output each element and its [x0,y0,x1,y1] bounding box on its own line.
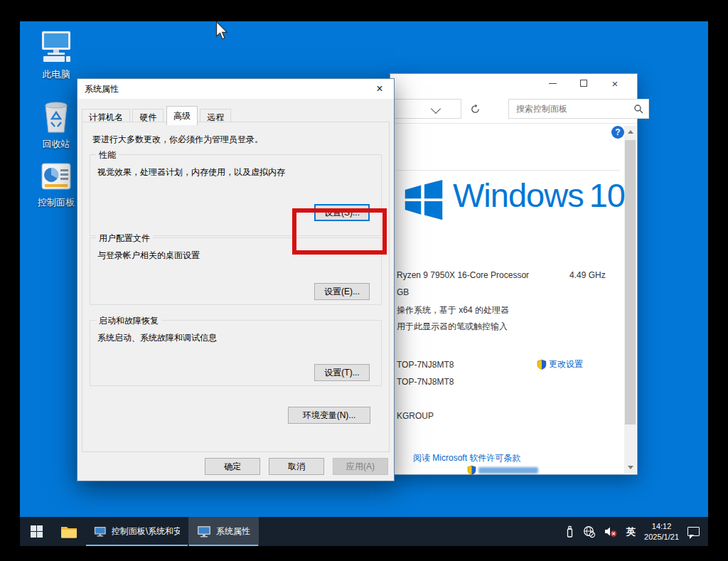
ram-info-text: GB [397,287,409,297]
close-button[interactable]: × [603,74,627,92]
windows10-wordmark: Windows10 [453,176,625,215]
dialog-close-button[interactable]: × [365,79,394,98]
user-profiles-settings-button[interactable]: 设置(E)... [314,283,370,300]
license-link-row[interactable]: 阅读 Microsoft 软件许可条款 [413,452,520,464]
close-icon: × [612,78,619,89]
clipped-link-text [478,467,538,474]
help-button[interactable]: ? [611,126,624,139]
taskbar-item-label: 系统属性 [216,525,250,538]
tab-strip: 计算机名 硬件 高级 远程 [82,106,390,122]
license-link[interactable]: 阅读 Microsoft 软件许可条款 [413,452,520,464]
desktop-icon-this-pc[interactable]: 此电脑 [26,30,87,81]
change-settings-link[interactable]: 更改设置 [537,358,583,370]
windows-flag-logo [402,178,446,224]
windows-start-icon [31,525,43,538]
file-explorer-icon [60,525,77,539]
taskbar-item-system-properties[interactable]: 系统属性 [188,517,259,546]
cpu-speed-value: 4.49 GHz [569,270,606,280]
pen-touch-text: 用于此显示器的笔或触控输入 [397,321,508,333]
advanced-tab-page: 要进行大多数更改，你必须作为管理员登录。 性能 视觉效果，处理器计划，内存使用，… [82,122,390,452]
computer-fullname-text: TOP-7NJ8MT8 [397,377,454,387]
workgroup-text: KGROUP [397,411,434,421]
network-globe-icon[interactable] [583,525,596,538]
system-properties-dialog: 系统属性 × 计算机名 硬件 高级 远程 要进行大多数更改，你必须作为管理员登录… [77,78,395,481]
search-input[interactable] [516,100,630,118]
refresh-icon [470,104,481,114]
search-box[interactable] [508,99,649,119]
arrow-down-icon [628,466,633,469]
help-icon: ? [615,127,620,137]
vertical-scrollbar[interactable] [624,126,636,474]
scroll-down-arrow[interactable] [624,461,636,474]
minimize-button[interactable] [540,74,564,92]
minimize-icon [549,83,557,84]
window-monitor-icon [197,525,211,538]
tray-date: 2025/1/21 [644,532,679,543]
ok-button[interactable]: 确定 [205,458,260,475]
cancel-button[interactable]: 取消 [269,458,324,475]
partially-visible-activation-link[interactable] [467,465,538,475]
clock[interactable]: 14:12 2025/1/21 [644,521,679,543]
maximize-icon [580,80,587,87]
startup-recovery-group-title: 启动和故障恢复 [96,315,161,327]
screen: 此电脑 回收站 [0,0,728,561]
dialog-titlebar[interactable]: 系统属性 × [77,79,394,99]
chevron-down-icon[interactable] [431,104,441,114]
volume-muted-icon[interactable] [604,525,618,538]
desktop: 此电脑 回收站 [20,21,708,546]
change-settings-label[interactable]: 更改设置 [549,358,583,370]
apply-button[interactable]: 应用(A) [333,458,388,475]
refresh-button[interactable] [464,99,486,119]
user-profiles-group-title: 用户配置文件 [96,233,153,245]
start-button[interactable] [20,517,53,546]
taskbar-item-underline [189,545,258,546]
user-profiles-desc: 与登录帐户相关的桌面设置 [97,250,200,262]
environment-variables-button[interactable]: 环境变量(N)... [288,407,370,424]
maximize-button[interactable] [572,74,596,92]
startup-recovery-settings-button[interactable]: 设置(T)... [314,364,370,381]
startup-recovery-desc: 系统启动、系统故障和调试信息 [97,332,217,344]
taskbar-item-label: 控制面板\系统和安... [112,525,180,538]
startup-recovery-group: 启动和故障恢复 系统启动、系统故障和调试信息 设置(T)... [90,320,382,386]
cpu-info-text: Ryzen 9 7950X 16-Core Processor [397,270,529,280]
tab-advanced[interactable]: 高级 [166,106,198,125]
address-bar[interactable] [390,99,461,119]
red-highlight-box [292,208,387,255]
os-type-text: 操作系统，基于 x64 的处理器 [397,304,509,316]
dialog-title: 系统属性 [85,83,119,95]
control-panel-window: × [390,73,638,475]
performance-desc: 视觉效果，处理器计划，内存使用，以及虚拟内存 [97,166,285,178]
taskbar-item-underline [86,545,188,546]
tray-time: 14:12 [644,521,679,532]
window-monitor-icon [94,525,107,538]
usb-device-icon[interactable] [565,525,574,538]
search-icon[interactable] [633,104,643,114]
mouse-cursor [215,21,228,40]
admin-note-text: 要进行大多数更改，你必须作为管理员登录。 [92,134,263,146]
system-tray: 英 14:12 2025/1/21 [565,517,708,546]
taskbar-item-control-panel[interactable]: 控制面板\系统和安... [85,517,188,546]
window-titlebar: × [390,74,637,95]
file-explorer-button[interactable] [53,517,85,546]
ime-indicator[interactable]: 英 [626,525,636,538]
this-pc-icon [26,30,87,65]
scrollbar-thumb[interactable] [625,140,636,424]
section-divider [396,170,620,171]
address-toolbar [390,95,637,124]
action-center-icon[interactable] [687,527,700,536]
computer-name-text: TOP-7NJ8MT8 [397,360,454,370]
taskbar: 控制面板\系统和安... 系统属性 [20,517,708,546]
uac-shield-icon [467,465,476,475]
close-icon: × [376,82,382,95]
uac-shield-icon [537,359,547,370]
scroll-up-arrow[interactable] [624,126,636,138]
performance-group-title: 性能 [96,149,119,161]
arrow-up-icon [628,130,633,134]
